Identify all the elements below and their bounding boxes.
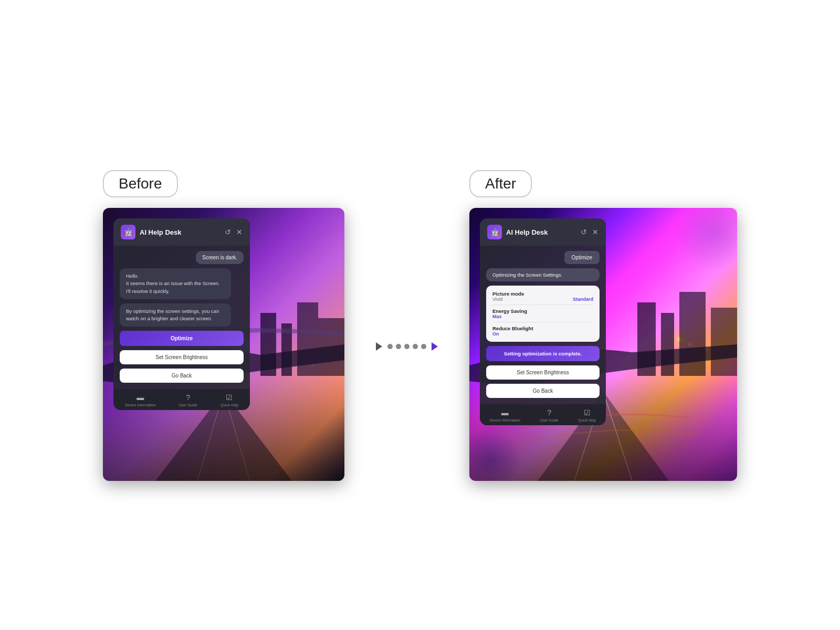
after-nav-user-guide[interactable]: ? User Guide: [540, 408, 558, 422]
after-complete-button: Setting optimization is complete.: [486, 346, 600, 361]
after-panel-body: Optimize Optimizing the Screen Settings.…: [480, 246, 606, 404]
before-msg-right: Screen is dark.: [196, 251, 244, 264]
before-panel-wrapper: Before: [103, 170, 344, 481]
after-setting-picture-mode-new: Standard: [573, 297, 593, 302]
transition-arrow: [376, 342, 438, 351]
before-guide-icon: ?: [186, 393, 190, 402]
after-optimizing-message: Optimizing the Screen Settings.: [486, 268, 600, 281]
transition-dots: [387, 344, 426, 349]
after-setting-picture-mode-values: Vivid Standard: [492, 297, 593, 302]
after-guide-label: User Guide: [540, 418, 558, 422]
before-optimize-button[interactable]: Optimize: [120, 331, 244, 346]
after-setting-bluelight: Reduce Bluelight On: [492, 326, 593, 337]
dot-1: [387, 344, 393, 349]
arrow-left-icon: [376, 342, 382, 351]
after-helpdesk-panel: 🤖 AI Help Desk ↺ ✕ Optimize Optimizing t…: [480, 218, 606, 425]
before-msg-left-2: By optimizing the screen settings, you c…: [120, 303, 231, 327]
before-help-icon: ☑: [226, 393, 233, 402]
before-device-label: Device Information: [125, 403, 155, 407]
before-set-brightness-button[interactable]: Set Screen Brightness: [120, 350, 244, 364]
after-setting-energy-values: Max: [492, 314, 593, 319]
before-nav-user-guide[interactable]: ? User Guide: [178, 393, 197, 407]
after-panel-wrapper: After: [469, 170, 737, 481]
before-close-icon[interactable]: ✕: [236, 228, 243, 236]
dot-3: [404, 344, 410, 349]
after-device-icon: ▬: [501, 408, 509, 417]
before-tv-frame: 🤖 AI Help Desk ↺ ✕ Screen is dark. Hello…: [103, 208, 344, 481]
after-tv-frame: 🤖 AI Help Desk ↺ ✕ Optimize Optimizing t…: [469, 208, 737, 481]
after-setting-energy-new: Max: [492, 314, 502, 319]
after-refresh-icon[interactable]: ↺: [581, 228, 587, 236]
main-container: Before: [0, 170, 840, 481]
before-device-icon: ▬: [136, 393, 144, 402]
dot-4: [413, 344, 418, 349]
before-helpdesk-panel: 🤖 AI Help Desk ↺ ✕ Screen is dark. Hello…: [113, 218, 250, 410]
after-setting-energy-label: Energy Saving: [492, 308, 593, 314]
after-ai-icon: 🤖: [487, 225, 502, 239]
after-panel-nav: ▬ Device Information ? User Guide ☑ Quic…: [480, 404, 606, 425]
before-nav-quick-help[interactable]: ☑ Quick Help: [220, 393, 238, 407]
after-optimize-top-button[interactable]: Optimize: [564, 251, 600, 264]
before-panel-nav: ▬ Device Information ? User Guide ☑ Quic…: [113, 389, 250, 410]
after-go-back-button[interactable]: Go Back: [486, 384, 600, 398]
before-help-label: Quick Help: [220, 403, 238, 407]
before-panel-title: AI Help Desk: [140, 228, 181, 236]
before-panel-body: Screen is dark. Hello.It seems there is …: [113, 246, 250, 389]
after-setting-bluelight-label: Reduce Bluelight: [492, 326, 593, 331]
after-help-icon: ☑: [584, 408, 591, 417]
before-nav-device-info[interactable]: ▬ Device Information: [125, 393, 155, 407]
after-setting-picture-mode-old: Vivid: [492, 297, 502, 302]
after-guide-icon: ?: [547, 408, 551, 417]
before-header-left: 🤖 AI Help Desk: [121, 225, 181, 239]
dot-2: [396, 344, 401, 349]
after-setting-picture-mode: Picture mode Vivid Standard: [492, 291, 593, 305]
after-label: After: [469, 170, 532, 197]
before-go-back-button[interactable]: Go Back: [120, 369, 244, 383]
before-panel-header: 🤖 AI Help Desk ↺ ✕: [113, 218, 250, 246]
after-settings-card: Picture mode Vivid Standard Energy Savin…: [486, 286, 600, 342]
before-panel-controls: ↺ ✕: [225, 228, 243, 236]
before-refresh-icon[interactable]: ↺: [225, 228, 231, 236]
after-device-label: Device Information: [490, 418, 520, 422]
after-nav-quick-help[interactable]: ☑ Quick Help: [578, 408, 596, 422]
after-set-brightness-button[interactable]: Set Screen Brightness: [486, 365, 600, 380]
after-nav-device-info[interactable]: ▬ Device Information: [490, 408, 520, 422]
before-label: Before: [103, 170, 178, 197]
after-setting-bluelight-new: On: [492, 331, 499, 337]
after-setting-picture-mode-label: Picture mode: [492, 291, 593, 297]
after-header-left: 🤖 AI Help Desk: [487, 225, 548, 239]
after-close-icon[interactable]: ✕: [592, 228, 598, 236]
before-guide-label: User Guide: [178, 403, 197, 407]
after-panel-header: 🤖 AI Help Desk ↺ ✕: [480, 218, 606, 246]
after-setting-bluelight-values: On: [492, 331, 593, 337]
arrow-right-icon: [432, 342, 438, 351]
before-msg-left-1: Hello.It seems there is an issue with th…: [120, 268, 231, 299]
after-panel-title: AI Help Desk: [506, 228, 548, 236]
after-setting-energy-saving: Energy Saving Max: [492, 308, 593, 322]
dot-5: [421, 344, 426, 349]
before-ai-icon: 🤖: [121, 225, 135, 239]
after-panel-controls: ↺ ✕: [581, 228, 598, 236]
after-help-label: Quick Help: [578, 418, 596, 422]
